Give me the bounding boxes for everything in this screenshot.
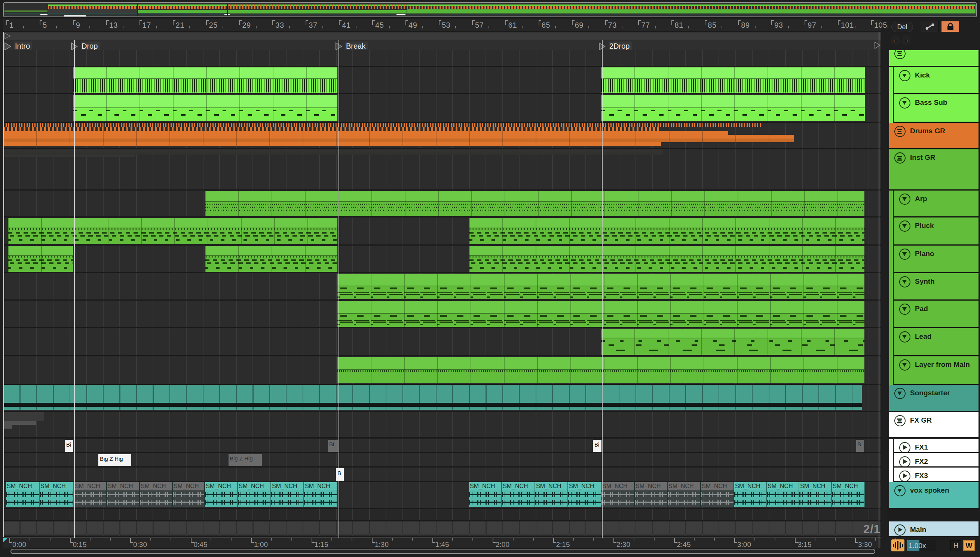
forward-arrow-button[interactable]: → — [902, 35, 912, 45]
clip-chords[interactable] — [8, 246, 73, 272]
group-icon[interactable] — [894, 50, 905, 59]
clip-kick[interactable] — [601, 67, 865, 93]
play-start-marker[interactable] — [5, 33, 11, 39]
width-zoom-button[interactable]: W — [963, 540, 975, 551]
lane-fx2[interactable]: Big Z HigBig Z Hig — [3, 453, 881, 467]
clip-bass[interactable] — [73, 95, 337, 121]
track-header-fx3[interactable]: FX3 — [894, 467, 978, 482]
drums-group-slice[interactable] — [3, 135, 794, 138]
track-header-inst-gr[interactable]: Inst GR — [889, 149, 978, 191]
unfold-icon[interactable] — [899, 220, 910, 232]
play-icon[interactable] — [899, 471, 910, 482]
vox-clip[interactable]: SM_NCH — [271, 482, 304, 507]
play-icon[interactable] — [899, 456, 910, 467]
vox-clip[interactable]: SM_NCH — [74, 482, 107, 507]
track-header-piano[interactable]: Piano — [894, 246, 978, 273]
group-icon[interactable] — [894, 152, 905, 164]
track-header-bass-sub[interactable]: Bass Sub — [894, 94, 978, 123]
vox-clip[interactable]: SM_NCH — [799, 482, 832, 507]
vox-clip[interactable]: SM_NCH — [205, 482, 238, 507]
track-header-fx2[interactable]: FX2 — [894, 453, 978, 467]
fx-clip[interactable]: Big Z Hig — [98, 454, 131, 466]
fx-clip[interactable]: Big Z Hig — [229, 454, 262, 466]
playhead-triangle[interactable] — [3, 538, 8, 542]
main-automation-band[interactable] — [3, 521, 878, 534]
drums-group-slice[interactable] — [3, 123, 761, 127]
unfold-icon[interactable] — [899, 331, 910, 342]
unfold-icon[interactable] — [899, 97, 910, 109]
vox-clip[interactable]: SM_NCH — [502, 482, 535, 507]
unfold-icon[interactable] — [899, 276, 910, 287]
lane-gap[interactable] — [3, 509, 881, 521]
lane-fx-gr[interactable] — [3, 412, 881, 438]
track-header-main[interactable]: Main — [889, 521, 978, 537]
vox-clip[interactable]: SM_NCH — [304, 482, 337, 507]
drums-group-slice[interactable] — [3, 131, 728, 135]
horizontal-scrollbar[interactable] — [10, 549, 875, 554]
track-header-kick[interactable]: Kick — [894, 67, 978, 94]
track-header-lead[interactable]: Lead — [894, 328, 978, 357]
lane-vox-spoken[interactable]: SM_NCHSM_NCHSM_NCHSM_NCHSM_NCHSM_NCHSM_N… — [3, 482, 881, 509]
lane-pluck[interactable] — [3, 218, 881, 246]
unfold-icon[interactable] — [899, 249, 910, 260]
lane-synth[interactable] — [3, 273, 881, 301]
clip-pads[interactable] — [337, 274, 865, 299]
drums-group-slice[interactable] — [3, 127, 661, 131]
delete-button[interactable]: Del — [891, 22, 913, 32]
clip-bass[interactable] — [601, 95, 865, 121]
clip-layer[interactable] — [337, 357, 865, 383]
clip-lead[interactable] — [601, 329, 865, 355]
track-header-vox-spoken[interactable]: vox spoken — [889, 482, 978, 509]
vox-clip[interactable]: SM_NCH — [140, 482, 173, 507]
back-arrow-button[interactable]: ← — [891, 35, 900, 45]
scrub-area[interactable] — [3, 32, 881, 40]
track-header-songstarter[interactable]: Songstarter — [889, 385, 978, 412]
lock-envelopes-icon[interactable] — [941, 21, 959, 32]
lane-kick[interactable] — [3, 67, 881, 94]
fx-clip[interactable]: B — [336, 468, 344, 480]
lane-layer-from-main[interactable] — [3, 357, 881, 385]
unfold-icon[interactable] — [899, 70, 910, 81]
vox-clip[interactable]: SM_NCH — [832, 482, 865, 507]
lane-group-top[interactable] — [3, 50, 881, 67]
playback-speed-field[interactable]: 1.00x — [907, 540, 936, 551]
track-header-fx1[interactable]: FX1 — [894, 439, 978, 453]
vox-clip[interactable]: SM_NCH — [469, 482, 502, 507]
track-header-pluck[interactable]: Pluck — [894, 218, 978, 246]
drums-group-slice[interactable] — [3, 142, 661, 146]
track-header-fx-gr[interactable]: FX GR — [889, 412, 978, 438]
clip-chords[interactable] — [469, 218, 865, 244]
arrangement-overview[interactable] — [3, 2, 977, 17]
play-icon[interactable] — [899, 442, 910, 453]
vox-clip[interactable]: SM_NCH — [535, 482, 568, 507]
vox-clip[interactable]: SM_NCH — [767, 482, 799, 507]
lane-main[interactable] — [3, 521, 881, 537]
track-header-layer-from-main[interactable]: Layer from Main — [894, 357, 978, 385]
vox-clip[interactable]: SM_NCH — [107, 482, 140, 507]
locator-end-marker[interactable] — [875, 42, 881, 49]
unfold-icon[interactable] — [899, 359, 910, 371]
clip-chords[interactable] — [205, 246, 337, 272]
drums-group-slice[interactable] — [3, 138, 794, 142]
vox-clip[interactable]: SM_NCH — [734, 482, 767, 507]
vox-clip[interactable]: SM_NCH — [602, 482, 635, 507]
vox-clip[interactable]: SM_NCH — [701, 482, 734, 507]
play-icon[interactable] — [894, 524, 905, 536]
vox-clip[interactable]: SM_NCH — [40, 482, 74, 507]
lane-fx1[interactable]: BiBiBiB — [3, 439, 881, 453]
track-header-group-top[interactable] — [889, 50, 978, 67]
lane-songstarter[interactable] — [3, 385, 881, 412]
vox-clip[interactable]: SM_NCH — [635, 482, 668, 507]
track-header-pad[interactable]: Pad — [894, 301, 978, 328]
track-header-drums-gr[interactable]: Drums GR — [889, 123, 978, 149]
lane-drums-gr[interactable] — [3, 123, 881, 149]
unfold-icon[interactable] — [899, 194, 910, 205]
time-ruler[interactable]: 0:000:150:300:451:001:151:301:452:002:15… — [3, 537, 881, 548]
unfold-icon[interactable] — [894, 485, 905, 496]
fx-clip[interactable]: Bi — [328, 440, 338, 452]
vox-clip[interactable]: SM_NCH — [238, 482, 271, 507]
clip-arp[interactable] — [205, 191, 865, 216]
lane-piano[interactable] — [3, 246, 881, 273]
clip-chords[interactable] — [8, 218, 337, 244]
audition-waveform-icon[interactable] — [891, 539, 904, 551]
